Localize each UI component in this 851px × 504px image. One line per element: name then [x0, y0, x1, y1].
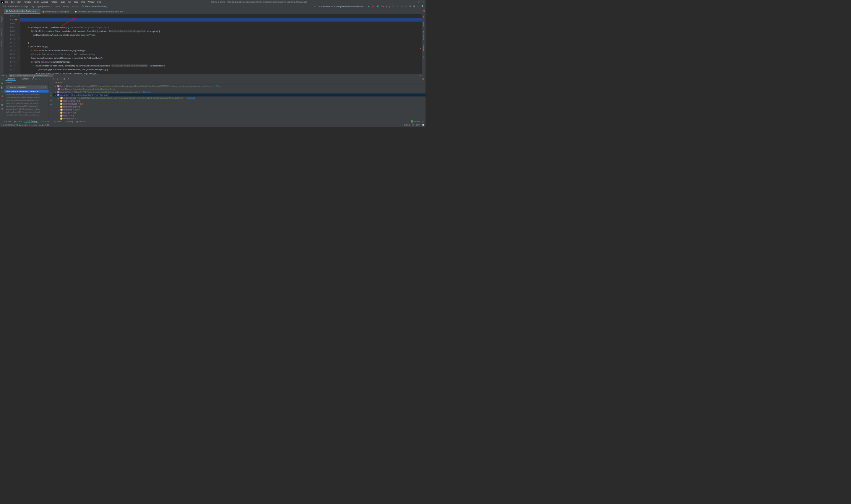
stack-frame[interactable]: populateBean:1422, AbstractAutowireCapa — [4, 108, 49, 110]
stack-frame[interactable]: inject:116, InjectionMetadata (org.sprin… — [4, 102, 49, 105]
stop-debug-icon[interactable]: ■ — [1, 91, 3, 93]
pause-icon[interactable]: ❚❚ — [1, 86, 4, 89]
settings-icon[interactable]: ⚙ — [1, 108, 3, 110]
tool-database[interactable]: Database — [423, 43, 425, 52]
tool-maven[interactable]: Maven — [423, 21, 425, 28]
run-icon[interactable]: ▶ — [368, 5, 370, 8]
glasses-icon[interactable]: 👓 — [50, 104, 52, 106]
debug-icon[interactable]: 🐞 — [372, 5, 375, 8]
close-tab-icon[interactable]: × — [124, 11, 125, 13]
caret-position[interactable]: 1465:1 — [404, 124, 410, 126]
var-required[interactable]: f required = true — [53, 111, 426, 114]
tool-spring[interactable]: ✿ Spring — [63, 120, 74, 123]
view-breakpoints-icon[interactable]: ◉ — [1, 95, 3, 97]
stop-icon[interactable]: ■ — [386, 5, 387, 8]
var-parameterTypes[interactable]: f parameterTypes = null — [53, 103, 426, 106]
app-icon: ▦ — [10, 74, 12, 77]
menu-navigate[interactable]: Navigate — [24, 1, 32, 3]
tool-debug[interactable]: 🐞 5: Debug — [24, 120, 38, 123]
git-label: Git: — [392, 5, 395, 8]
var-parameterIndex[interactable]: f parameterIndex = 0 — [53, 106, 426, 108]
minimize-icon[interactable]: — — [414, 1, 416, 3]
stack-frame[interactable]: resolveDependency:1207, DefaultListableB — [4, 96, 49, 99]
vcs-update-icon[interactable]: ✓ — [397, 5, 399, 8]
vcs-history-icon[interactable]: ⟲ — [405, 5, 407, 8]
fold-gutter[interactable]: ⊖ ⊖ ⊖ ⊖ ⊖ — [18, 14, 20, 74]
stack-frame[interactable]: doResolveDependency:1250, DefaultListab — [4, 93, 49, 96]
tab-debugger[interactable]: Debugger — [6, 77, 17, 81]
encoding[interactable]: UTF — [416, 124, 420, 126]
menu-edit[interactable]: Edit — [11, 1, 14, 3]
layout-icon[interactable]: ▥ — [422, 78, 424, 80]
gutter[interactable]: 💡 14641465146614671468146914701471147214… — [4, 14, 18, 74]
var-eager[interactable]: f eager = true — [53, 114, 426, 117]
menu-analyze[interactable]: Analyze — [41, 1, 48, 3]
editor-tab[interactable]: CAnnotationDependencyInjectionResolution… — [73, 10, 127, 14]
stack-frame[interactable]: inject:640, AutowiredAnnotationBeanPost — [4, 99, 49, 102]
var-fieldName[interactable]: ▶f fieldName = "user" — [53, 108, 426, 111]
close-tab-icon[interactable]: × — [70, 11, 71, 13]
input-method-icon[interactable]: 英 — [422, 124, 424, 126]
tool-restful[interactable]: RestfulTool — [423, 31, 425, 41]
resume-icon[interactable]: ▶ — [1, 82, 3, 85]
toolbox-icon[interactable]: ▭ — [417, 5, 419, 8]
close-tab-icon[interactable]: × — [37, 10, 38, 12]
vcs-push-icon[interactable]: ▣ — [413, 5, 415, 8]
vcs-revert-icon[interactable]: ↺ — [409, 5, 411, 8]
back-icon[interactable]: ↙ — [314, 5, 316, 8]
stack-frame[interactable]: doCreateBean:594, AbstractAutowireCapab — [4, 110, 49, 113]
search-icon[interactable]: 🔍 — [421, 5, 424, 8]
up-icon[interactable]: ▲ — [50, 91, 52, 93]
stack-frame[interactable]: createBean:517, AbstractAutowireCapable — [4, 113, 49, 116]
left-tool-stripe: 1: Project 2: Structure Commit — [0, 14, 4, 74]
hide-icon[interactable]: — — [422, 74, 424, 77]
editor-tab[interactable]: CDefaultListableBeanFactory.java× — [4, 9, 40, 14]
tool-git[interactable]: ⎇ 9: Git — [1, 120, 13, 123]
mute-breakpoints-icon[interactable]: ⊘ — [1, 99, 3, 102]
stack-frame[interactable]: postProcessProperties:399, AutowiredAnn — [4, 105, 49, 108]
code-area[interactable]: } for (String candidate : candidateNames… — [20, 14, 422, 74]
editor-tab[interactable]: CDependencyDescriptor.java× — [40, 10, 73, 14]
tool-build[interactable]: 🔨 Build — [52, 120, 63, 123]
update-notification[interactable]: IntelliJ IDEA 2022.2.4 available: // Upd… — [1, 124, 50, 126]
menu-view[interactable]: View — [17, 1, 21, 3]
menu-tools[interactable]: Tools — [74, 1, 78, 3]
tool-commit[interactable]: Commit — [1, 40, 3, 48]
coverage-icon[interactable]: ◧ — [377, 5, 379, 8]
copy-icon[interactable]: ⧉ — [50, 99, 52, 102]
menu-code[interactable]: Code — [34, 1, 39, 3]
menu-run[interactable]: Run — [68, 1, 71, 3]
rerun-icon[interactable]: ↻ — [1, 78, 3, 80]
down-icon[interactable]: ▼ — [50, 95, 52, 97]
menu-vcs[interactable]: VCS — [81, 1, 85, 3]
profile-icon[interactable]: ⟳▾ — [381, 5, 384, 8]
breakpoint-icon[interactable] — [15, 19, 17, 20]
tool-terminal[interactable]: ▣ Terminal — [74, 120, 88, 123]
menu-refactor[interactable]: Refactor — [51, 1, 58, 3]
tool-run[interactable]: ▶ 4: Run — [13, 120, 24, 123]
camera-icon[interactable]: 📷 — [1, 103, 3, 106]
maximize-icon[interactable]: ▢ — [418, 1, 420, 3]
var-requiredType[interactable]: ▶P requiredType = {Class@1773} "class or… — [53, 91, 426, 94]
tool-structure[interactable]: 2: Structure — [1, 27, 3, 37]
run-config-selector[interactable]: ▸AnnotationDependencyInjectionResolution… — [318, 5, 366, 8]
menu-help[interactable]: Help — [97, 1, 101, 3]
pin-icon[interactable]: » — [1, 112, 3, 114]
tool-ant[interactable]: Ant — [423, 55, 425, 59]
inspection-error-icon[interactable]: ❗ — [422, 15, 425, 18]
line-sep[interactable]: LF — [412, 124, 414, 126]
vcs-commit-icon[interactable]: ✓ — [401, 5, 403, 8]
menu-file[interactable]: File — [5, 1, 8, 3]
var-methodName[interactable]: f methodName = null — [53, 100, 426, 103]
var-declaringClass[interactable]: ▶f declaringClass = {Class@482} "class o… — [53, 96, 426, 100]
close-icon[interactable]: ✕ — [423, 1, 424, 3]
menu-build[interactable]: Build — [61, 1, 65, 3]
menu-window[interactable]: Window — [88, 1, 94, 3]
tool-todo[interactable]: ☑ 6: TODO — [38, 120, 52, 123]
editor[interactable]: 💡 14641465146614671468146914701471147214… — [4, 14, 422, 74]
var-descriptor[interactable]: ▼P descriptor = {DependencyDescriptor@17… — [53, 94, 426, 96]
var-nestingLevel[interactable]: f nestingLevel = 1 — [53, 117, 426, 120]
event-log[interactable]: 1 Event Log — [414, 120, 424, 123]
breadcrumb[interactable]: ns-5.2.2.RELEASE-sources.jar〉 org〉 sprin… — [1, 5, 108, 8]
tool-project[interactable]: 1: Project — [1, 15, 3, 24]
